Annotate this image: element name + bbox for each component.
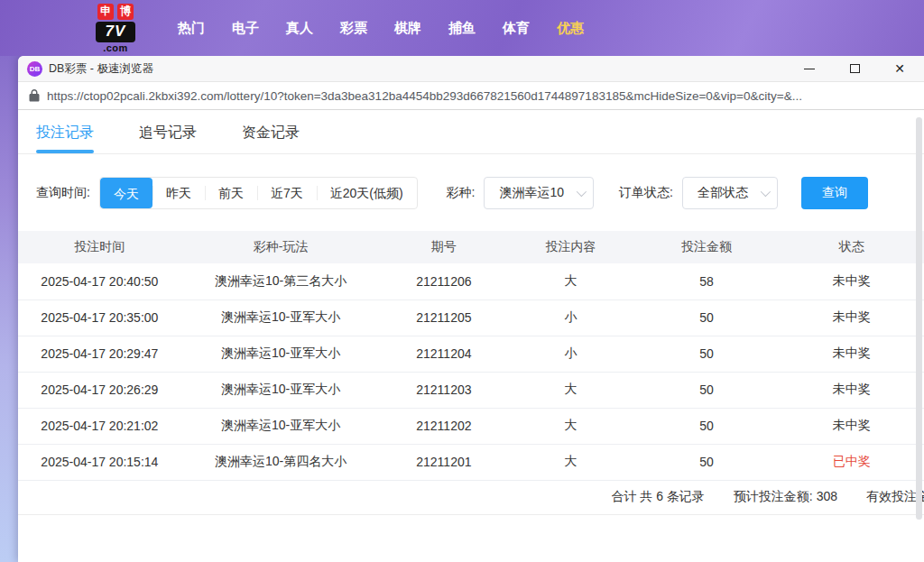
chevron-down-icon	[761, 187, 771, 197]
cell-status: 未中奖	[779, 299, 924, 336]
logo-main: 7V	[96, 22, 135, 42]
cell-bet-time: 2025-04-17 20:26:29	[18, 372, 181, 408]
site-header: 申 博 7V .com 热门 电子 真人 彩票 棋牌 捕鱼 体育 优惠	[0, 0, 924, 56]
cell-bet-time: 2025-04-17 20:21:02	[18, 408, 181, 444]
logo-badge-left: 申	[97, 4, 114, 20]
nav-item-hot[interactable]: 热门	[164, 11, 218, 46]
tab-chase-records-label: 追号记录	[139, 124, 197, 140]
logo-suffix: .com	[103, 42, 128, 53]
close-icon: ✕	[894, 62, 905, 75]
cell-status: 未中奖	[779, 336, 924, 372]
cell-bet-time: 2025-04-17 20:40:50	[18, 263, 181, 299]
summary-expected-amount: 预计投注金额: 308	[734, 489, 837, 505]
cell-bet-amount: 50	[634, 408, 780, 444]
status-filter-label: 订单状态:	[619, 185, 673, 201]
cell-play-type: 澳洲幸运10-亚军大小	[181, 336, 381, 372]
table-row: 2025-04-17 20:21:02 澳洲幸运10-亚军大小 21211202…	[18, 408, 924, 444]
cell-period: 21211204	[381, 336, 508, 372]
header-status: 状态	[779, 231, 924, 263]
nav-item-sports[interactable]: 体育	[489, 11, 543, 46]
time-option-last-20-days[interactable]: 近20天(低频)	[317, 178, 417, 208]
logo-badge-right: 博	[117, 4, 134, 20]
tab-bet-records-label: 投注记录	[36, 124, 94, 140]
table-row: 2025-04-17 20:26:29 澳洲幸运10-亚军大小 21211203…	[18, 372, 924, 408]
nav-item-cards[interactable]: 棋牌	[381, 11, 435, 46]
logo-badges: 申 博	[97, 4, 134, 20]
cell-status: 已中奖	[779, 444, 924, 480]
summary-total-records: 合计 共 6 条记录	[611, 489, 704, 505]
site-logo[interactable]: 申 博 7V .com	[90, 4, 141, 53]
time-option-day-before[interactable]: 前天	[205, 178, 257, 208]
cell-bet-amount: 58	[634, 263, 780, 299]
cell-bet-content: 大	[507, 263, 634, 299]
url-bar[interactable]: https://ctop02pcali.2kbxi392.com/lottery…	[18, 81, 924, 110]
chevron-down-icon	[577, 187, 587, 197]
time-option-yesterday[interactable]: 昨天	[152, 178, 205, 208]
time-option-last-7-days[interactable]: 近7天	[257, 178, 317, 208]
header-bet-time: 投注时间	[18, 231, 181, 263]
cell-bet-content: 大	[507, 372, 634, 408]
lottery-select-value: 澳洲幸运10	[499, 185, 564, 201]
cell-status: 未中奖	[779, 263, 924, 299]
nav-item-live[interactable]: 真人	[273, 11, 327, 46]
tab-bet-records[interactable]: 投注记录	[36, 124, 94, 153]
summary-row: 合计 共 6 条记录 预计投注金额: 308 有效投注金	[18, 481, 924, 515]
nav-item-lottery[interactable]: 彩票	[327, 11, 381, 46]
cell-bet-content: 小	[507, 299, 634, 336]
cell-period: 21211201	[381, 444, 508, 480]
time-filter-group: 今天 昨天 前天 近7天 近20天(低频)	[99, 177, 418, 209]
nav-item-promo[interactable]: 优惠	[543, 11, 597, 46]
lottery-select[interactable]: 澳洲幸运10	[484, 177, 594, 209]
table-row: 2025-04-17 20:35:00 澳洲幸运10-亚军大小 21211205…	[18, 299, 924, 336]
cell-bet-time: 2025-04-17 20:15:14	[18, 444, 181, 480]
page-content: 投注记录 追号记录 资金记录 查询时间: 今天 昨天 前天 近7天 近20天(低…	[18, 110, 924, 561]
nav-item-slots[interactable]: 电子	[218, 11, 273, 46]
cell-status: 未中奖	[779, 372, 924, 408]
cell-bet-amount: 50	[634, 299, 780, 336]
cell-bet-content: 大	[507, 408, 634, 444]
filter-bar: 查询时间: 今天 昨天 前天 近7天 近20天(低频) 彩种: 澳洲幸运10 订…	[36, 177, 924, 209]
window-title: DB彩票 - 极速浏览器	[49, 61, 798, 77]
lottery-filter-label: 彩种:	[447, 185, 476, 201]
header-play-type: 彩种-玩法	[181, 231, 381, 263]
lock-icon	[29, 89, 40, 102]
nav-item-fishing[interactable]: 捕鱼	[435, 11, 489, 46]
window-controls: ✕	[798, 59, 911, 78]
cell-bet-content: 小	[507, 336, 634, 372]
cell-play-type: 澳洲幸运10-第四名大小	[181, 444, 381, 480]
time-option-today[interactable]: 今天	[100, 178, 152, 208]
tab-chase-records[interactable]: 追号记录	[139, 124, 197, 153]
maximize-icon	[850, 64, 860, 73]
cell-period: 21211205	[381, 299, 508, 336]
maximize-button[interactable]	[843, 59, 866, 78]
query-button[interactable]: 查询	[801, 177, 868, 209]
active-tab-underline	[36, 150, 94, 153]
cell-bet-amount: 50	[634, 336, 780, 372]
cell-play-type: 澳洲幸运10-亚军大小	[181, 408, 381, 444]
browser-titlebar[interactable]: DB DB彩票 - 极速浏览器 ✕	[18, 56, 924, 81]
time-filter-label: 查询时间:	[36, 185, 90, 201]
tab-fund-records[interactable]: 资金记录	[242, 124, 300, 153]
cell-play-type: 澳洲幸运10-亚军大小	[181, 299, 381, 336]
header-bet-amount: 投注金额	[634, 231, 780, 263]
cell-period: 21211206	[381, 263, 508, 299]
cell-play-type: 澳洲幸运10-第三名大小	[181, 263, 381, 299]
order-status-select[interactable]: 全部状态	[682, 177, 778, 209]
cell-bet-content: 大	[507, 444, 634, 480]
minimize-button[interactable]	[798, 59, 821, 78]
header-bet-content: 投注内容	[507, 231, 634, 263]
table-header-row: 投注时间 彩种-玩法 期号 投注内容 投注金额 状态	[18, 231, 924, 263]
close-button[interactable]: ✕	[888, 59, 911, 78]
table-row: 2025-04-17 20:40:50 澳洲幸运10-第三名大小 2121120…	[18, 263, 924, 299]
vertical-scrollbar[interactable]	[916, 117, 922, 520]
record-tabs: 投注记录 追号记录 资金记录	[18, 110, 924, 154]
header-period: 期号	[381, 231, 508, 263]
order-status-select-value: 全部状态	[698, 185, 748, 201]
minimize-icon	[804, 69, 815, 69]
cell-bet-amount: 50	[634, 372, 780, 408]
table-row: 2025-04-17 20:15:14 澳洲幸运10-第四名大小 2121120…	[18, 444, 924, 480]
cell-status: 未中奖	[779, 408, 924, 444]
browser-window: DB DB彩票 - 极速浏览器 ✕ https://ctop02pcali.2k…	[18, 56, 924, 562]
site-nav: 热门 电子 真人 彩票 棋牌 捕鱼 体育 优惠	[164, 11, 597, 46]
bet-records-table: 投注时间 彩种-玩法 期号 投注内容 投注金额 状态 2025-04-17 20…	[18, 231, 924, 481]
